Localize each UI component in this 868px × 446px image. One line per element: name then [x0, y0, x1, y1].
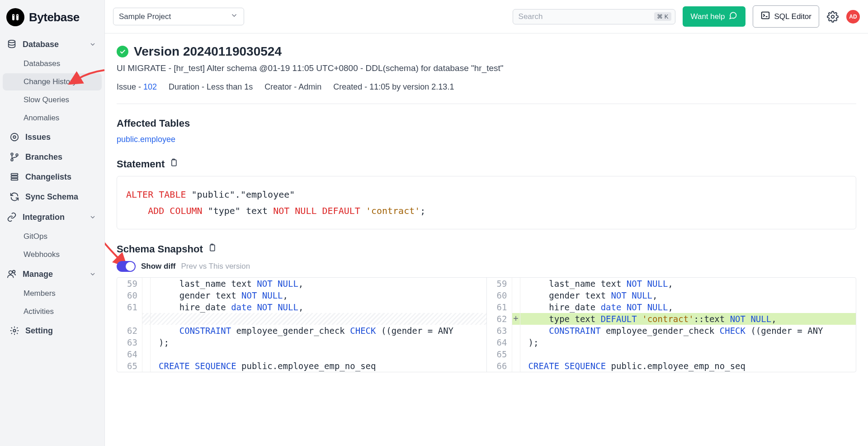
chevron-down-icon — [230, 11, 238, 22]
svg-point-14 — [13, 270, 15, 273]
sidebar-item-sync-schema[interactable]: Sync Schema — [3, 187, 102, 206]
svg-rect-18 — [172, 160, 176, 166]
sidebar-item-webhooks[interactable]: Webhooks — [3, 246, 102, 263]
sidebar-item-gitops[interactable]: GitOps — [3, 228, 102, 245]
sidebar-item-branches[interactable]: Branches — [3, 147, 102, 166]
diff-line: 59 last_name text NOT NULL, — [117, 278, 486, 289]
diff-line: 64 — [117, 348, 486, 360]
chevron-down-icon — [87, 212, 98, 223]
sidebar-group-manage[interactable]: Manage — [0, 264, 104, 284]
page-subtitle: UI MIGRATE - [hr_test] Alter schema @01-… — [117, 63, 856, 73]
chevron-down-icon — [87, 269, 98, 280]
svg-point-4 — [9, 40, 15, 43]
show-diff-label: Show diff — [141, 262, 175, 271]
settings-button[interactable] — [826, 10, 839, 23]
main: Sample Project Search ⌘ K Want help SQL … — [105, 0, 868, 446]
svg-point-7 — [11, 153, 13, 155]
meta-duration: Duration - Less than 1s — [169, 82, 253, 92]
schema-snapshot-heading: Schema Snapshot — [117, 243, 856, 256]
meta-created: Created - 11:05 by version 2.13.1 — [333, 82, 454, 92]
issues-icon — [9, 132, 20, 142]
diff-line: 64); — [487, 337, 856, 348]
affected-tables-heading: Affected Tables — [117, 118, 856, 129]
users-icon — [6, 269, 17, 280]
search-input[interactable]: Search ⌘ K — [513, 9, 675, 24]
diff-line: 59 last_name text NOT NULL, — [487, 278, 856, 289]
diff-pane-this: 59 last_name text NOT NULL,60 gender tex… — [487, 278, 856, 372]
diff-line: 63); — [117, 337, 486, 348]
gear-icon — [9, 325, 20, 336]
chat-icon — [728, 11, 737, 22]
sidebar-group-label: Database — [23, 40, 59, 49]
kbd-shortcut: ⌘ K — [654, 12, 671, 21]
sidebar: Bytebase Database Databases Change Histo… — [0, 0, 105, 446]
clipboard-icon[interactable] — [208, 243, 217, 256]
chevron-down-icon — [87, 39, 98, 50]
sidebar-group-integration[interactable]: Integration — [0, 207, 104, 227]
diff-line: 62 CONSTRAINT employee_gender_check CHEC… — [117, 325, 486, 337]
content: Version 20240119030524 UI MIGRATE - [hr_… — [105, 33, 868, 383]
sync-icon — [9, 191, 20, 202]
show-diff-toggle[interactable] — [117, 261, 136, 272]
sidebar-item-slow-queries[interactable]: Slow Queries — [3, 91, 102, 109]
database-icon — [6, 39, 17, 50]
diff-line: 63 CONSTRAINT employee_gender_check CHEC… — [487, 325, 856, 337]
diff-line: 65 — [487, 348, 856, 360]
svg-rect-10 — [11, 174, 18, 176]
diff-line — [117, 313, 486, 325]
terminal-icon — [760, 10, 770, 23]
svg-rect-19 — [210, 245, 215, 251]
svg-point-9 — [16, 154, 18, 156]
show-diff-sublabel: Prev vs This version — [181, 262, 250, 271]
svg-rect-16 — [762, 12, 769, 19]
branch-icon — [9, 152, 20, 162]
clipboard-icon[interactable] — [169, 158, 178, 171]
sidebar-item-issues[interactable]: Issues — [3, 128, 102, 147]
diff-line: 65CREATE SEQUENCE public.employee_emp_no… — [117, 360, 486, 372]
meta-issue: Issue - 102 — [117, 82, 157, 92]
sidebar-group-database[interactable]: Database — [0, 34, 104, 54]
svg-point-17 — [831, 15, 835, 18]
diff-line: 61 hire_date date NOT NULL, — [487, 301, 856, 313]
changelist-icon — [9, 171, 20, 182]
want-help-button[interactable]: Want help — [683, 6, 746, 27]
logo[interactable]: Bytebase — [0, 5, 104, 34]
sidebar-item-activities[interactable]: Activities — [3, 303, 102, 320]
issue-link[interactable]: 102 — [143, 82, 157, 91]
svg-point-5 — [11, 133, 19, 141]
svg-rect-11 — [11, 176, 18, 178]
sidebar-item-setting[interactable]: Setting — [3, 321, 102, 340]
svg-point-8 — [11, 159, 13, 161]
statement-heading: Statement — [117, 158, 856, 171]
page-title: Version 20240119030524 — [134, 44, 282, 59]
svg-rect-12 — [11, 179, 18, 180]
sidebar-item-members[interactable]: Members — [3, 285, 102, 302]
topbar: Sample Project Search ⌘ K Want help SQL … — [105, 0, 868, 33]
diff-pane-prev: 59 last_name text NOT NULL,60 gender tex… — [117, 278, 487, 372]
diff-viewer: 59 last_name text NOT NULL,60 gender tex… — [117, 277, 856, 372]
sidebar-item-databases[interactable]: Databases — [3, 55, 102, 72]
sql-editor-button[interactable]: SQL Editor — [753, 5, 819, 28]
meta-row: Issue - 102 Duration - Less than 1s Crea… — [117, 82, 856, 104]
svg-point-3 — [17, 15, 18, 16]
avatar[interactable]: AD — [846, 10, 860, 24]
sidebar-item-changelists[interactable]: Changelists — [3, 167, 102, 186]
diff-line: 60 gender text NOT NULL, — [117, 289, 486, 301]
affected-table-link[interactable]: public.employee — [117, 135, 175, 144]
statement-code: ALTER TABLE "public"."employee" ADD COLU… — [117, 176, 856, 229]
diff-line: 66CREATE SEQUENCE public.employee_emp_no… — [487, 360, 856, 372]
bytebase-logo-icon — [6, 8, 24, 26]
success-icon — [117, 46, 128, 57]
meta-creator: Creator - Admin — [264, 82, 321, 92]
diff-line: 60 gender text NOT NULL, — [487, 289, 856, 301]
svg-point-6 — [13, 136, 16, 138]
svg-point-15 — [13, 329, 16, 332]
diff-line: 62+ type text DEFAULT 'contract'::text N… — [487, 313, 856, 325]
sidebar-item-change-history[interactable]: Change History — [3, 73, 102, 90]
sidebar-item-anomalies[interactable]: Anomalies — [3, 109, 102, 127]
link-icon — [6, 212, 17, 223]
diff-line: 61 hire_date date NOT NULL, — [117, 301, 486, 313]
project-selector[interactable]: Sample Project — [113, 8, 244, 25]
svg-point-2 — [13, 15, 14, 16]
svg-point-13 — [9, 271, 12, 274]
